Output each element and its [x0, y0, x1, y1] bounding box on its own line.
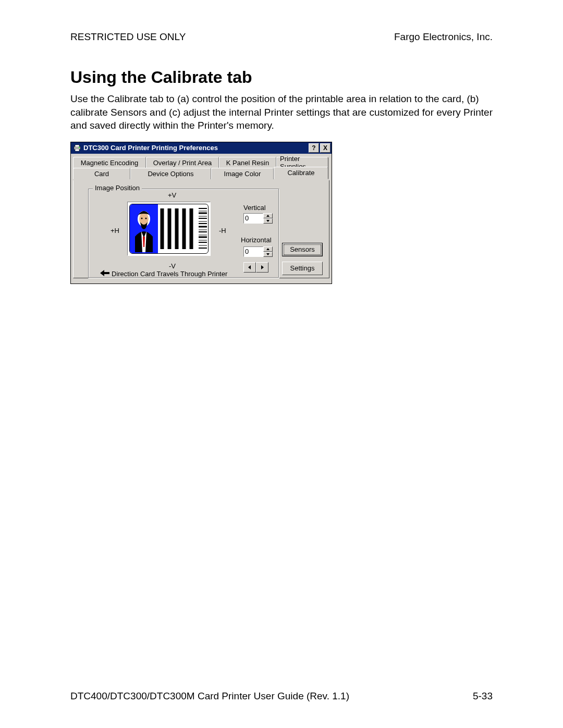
header-left: RESTRICTED USE ONLY	[70, 31, 186, 43]
label-plus-h: +H	[111, 227, 119, 235]
footer-left: DTC400/DTC300/DTC300M Card Printer User …	[70, 690, 349, 702]
vertical-down-button[interactable]	[263, 218, 273, 224]
tab-magnetic-encoding[interactable]: Magnetic Encoding	[73, 157, 146, 168]
card-preview	[127, 202, 211, 256]
scroll-right-button[interactable]	[256, 262, 268, 273]
label-minus-h: -H	[219, 227, 226, 235]
horizontal-input[interactable]	[243, 246, 263, 257]
tab-overlay-print-area[interactable]: Overlay / Print Area	[146, 157, 219, 168]
horizontal-spinner[interactable]	[243, 246, 274, 257]
svg-rect-2	[75, 149, 79, 151]
printer-icon	[73, 144, 81, 152]
body-paragraph: Use the Calibrate tab to (a) control the…	[70, 92, 493, 132]
card-barcode-icon	[198, 204, 208, 253]
tab-card[interactable]: Card	[73, 168, 130, 179]
direction-label: Direction Card Travels Through Printer	[112, 270, 227, 278]
header-right: Fargo Electronics, Inc.	[394, 31, 493, 43]
horizontal-label: Horizontal	[241, 236, 272, 244]
sensors-button[interactable]: Sensors	[282, 243, 323, 256]
svg-rect-1	[75, 145, 79, 147]
card-lines-icon	[158, 204, 198, 253]
horizontal-up-button[interactable]	[263, 246, 273, 252]
image-position-fieldset: Image Position +V +H -H -V	[88, 189, 279, 278]
vertical-up-button[interactable]	[263, 213, 273, 218]
scroll-left-button[interactable]	[243, 262, 256, 273]
help-button[interactable]: ?	[309, 143, 319, 153]
svg-point-3	[79, 147, 80, 148]
settings-button[interactable]: Settings	[282, 262, 323, 275]
vertical-label: Vertical	[243, 204, 266, 212]
label-minus-v: -V	[169, 262, 176, 270]
tab-content: Image Position +V +H -H -V	[73, 180, 329, 278]
horizontal-down-button[interactable]	[263, 252, 273, 257]
footer-right: 5-33	[473, 690, 493, 702]
dialog-title: DTC300 Card Printer Printing Preferences	[83, 144, 218, 152]
tab-k-panel-resin[interactable]: K Panel Resin	[219, 157, 276, 168]
svg-point-7	[141, 217, 143, 219]
preferences-dialog: DTC300 Card Printer Printing Preferences…	[70, 142, 332, 284]
close-button[interactable]: X	[320, 143, 331, 153]
titlebar: DTC300 Card Printer Printing Preferences…	[71, 142, 332, 154]
vertical-input[interactable]	[243, 213, 263, 224]
tab-image-color[interactable]: Image Color	[211, 168, 274, 179]
arrow-left-icon	[100, 270, 109, 278]
vertical-spinner[interactable]	[243, 213, 274, 224]
page-title: Using the Calibrate tab	[70, 68, 493, 87]
svg-point-8	[145, 217, 147, 219]
tab-device-options[interactable]: Device Options	[130, 168, 211, 179]
label-plus-v: +V	[168, 191, 176, 199]
card-photo-icon	[130, 204, 158, 253]
tab-calibrate[interactable]: Calibrate	[274, 167, 328, 179]
fieldset-label: Image Position	[93, 184, 142, 192]
horizontal-scroll[interactable]	[243, 262, 268, 272]
